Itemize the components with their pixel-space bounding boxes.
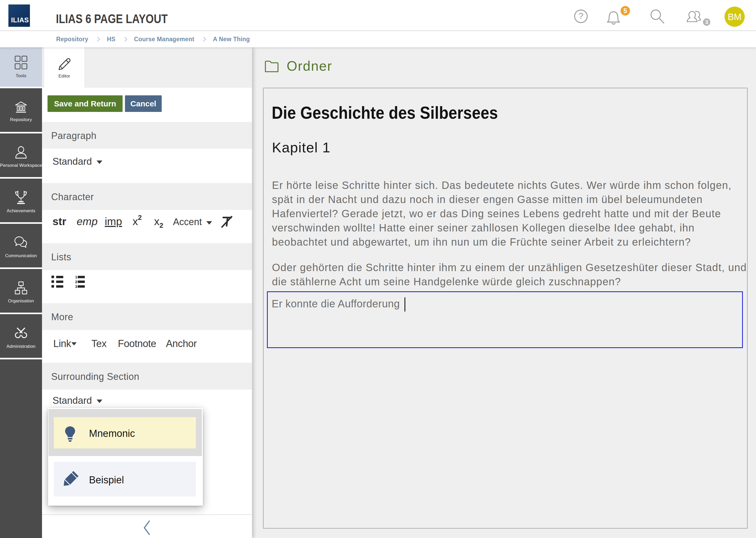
svg-text:?: ? (579, 11, 584, 21)
svg-text:3: 3 (75, 284, 77, 288)
svg-text:2: 2 (75, 280, 77, 284)
svg-text:1: 1 (75, 275, 77, 279)
